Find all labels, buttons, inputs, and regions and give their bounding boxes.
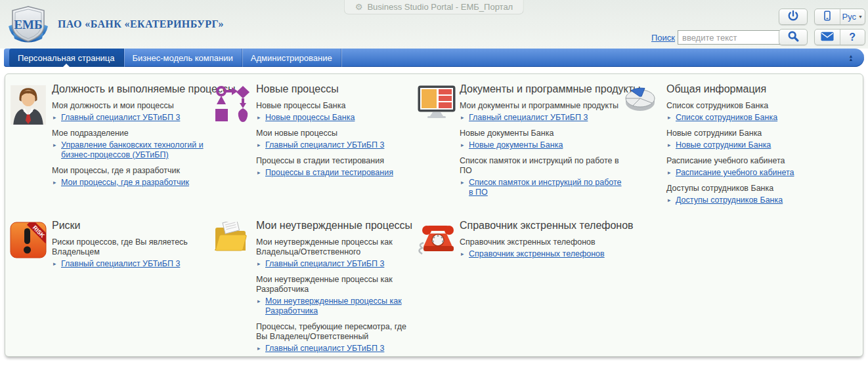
portal-link[interactable]: Доступы сотрудников Банка — [676, 195, 783, 205]
section-position-processes: Должность и выполняемые процессы Моя дол… — [10, 83, 214, 205]
group-label: Список памяток и инструкций по работе в … — [460, 156, 627, 176]
portal-link[interactable]: Главный специалист УБТиБП 3 — [61, 259, 180, 269]
section-unapproved-processes: Мои неутвержденные процессы Мои неутверж… — [214, 220, 418, 354]
envelope-icon — [821, 31, 834, 43]
search-link[interactable]: Поиск — [651, 33, 675, 43]
nav-left-pad — [4, 49, 9, 67]
search-input[interactable] — [678, 30, 780, 45]
section-title: Общая информация — [666, 83, 834, 95]
link-arrow-icon: ▸ — [52, 259, 61, 269]
portal-link[interactable]: Новые процессы Банка — [265, 113, 355, 123]
magnifier-icon — [787, 30, 799, 44]
link-arrow-icon: ▸ — [52, 113, 61, 123]
search-button[interactable] — [779, 29, 808, 45]
link-arrow-icon: ▸ — [256, 296, 265, 316]
group-label: Новые сотрудники Банка — [666, 129, 834, 138]
mobile-version-button[interactable] — [815, 9, 840, 24]
portal-link[interactable]: Новые сотрудники Банка — [676, 140, 771, 150]
group-label: Расписание учебного кабинета — [666, 156, 834, 166]
pie-chart-icon — [624, 83, 666, 205]
content-panel: Должность и выполняемые процессы Моя дол… — [5, 73, 863, 357]
link-arrow-icon: ▸ — [460, 249, 469, 259]
portal-link[interactable]: Новые документы Банка — [469, 140, 563, 150]
link-arrow-icon: ▸ — [460, 178, 469, 197]
portal-link[interactable]: Процессы в стадии тестирования — [265, 168, 393, 178]
portal-link[interactable]: Главный специалист УБТиБП 3 — [265, 344, 384, 354]
portal-link[interactable]: Главный специалист УБТиБП 3 — [265, 259, 384, 269]
link-arrow-icon: ▸ — [666, 195, 676, 205]
tab-label: Бизнес-модель компании — [133, 53, 233, 63]
link-arrow-icon: ▸ — [666, 168, 676, 178]
group-label: Мои неутвержденные процессы как Владельц… — [256, 237, 418, 257]
section-documents-software: Документы и программные продукты Мои док… — [418, 83, 624, 205]
main-navigation: Персональная страница Бизнес-модель комп… — [4, 49, 864, 67]
language-controls: Рус ▼ — [814, 9, 865, 25]
power-icon — [787, 10, 799, 24]
sections-grid: Должность и выполняемые процессы Моя дол… — [5, 74, 863, 354]
tab-business-model[interactable]: Бизнес-модель компании — [124, 49, 242, 67]
link-arrow-icon: ▸ — [256, 168, 265, 178]
question-mark-icon: ? — [849, 31, 856, 43]
link-arrow-icon: ▸ — [256, 140, 265, 150]
section-general-info: Общая информация Список сотрудников Банк… — [624, 83, 860, 205]
portal-link[interactable]: Управление банковских технологий и бизне… — [61, 140, 219, 160]
section-title: Должность и выполняемые процессы — [52, 83, 219, 95]
section-title: Новые процессы — [256, 83, 418, 95]
svg-text:ЕМБ: ЕМБ — [14, 18, 42, 31]
group-label: Справочник экстренных телефонов — [460, 237, 627, 247]
section-emergency-phones: Справочник экстренных телефонов Справочн… — [418, 220, 624, 354]
link-arrow-icon: ▸ — [460, 113, 469, 123]
tab-label: Персональная страница — [18, 53, 115, 63]
portal-link[interactable]: Список сотрудников Банка — [676, 113, 777, 123]
link-arrow-icon: ▸ — [460, 140, 469, 150]
red-telephone-icon — [418, 220, 460, 354]
group-label: Мои новые процессы — [256, 129, 418, 138]
section-new-processes: Новые процессы Новые процессы Банка ▸ Но… — [214, 83, 418, 205]
portal-link[interactable]: Мои неутвержденные процессы как Разработ… — [265, 296, 418, 316]
group-label: Моя должность и мои процессы — [52, 101, 219, 111]
group-label: Список сотрудников Банка — [666, 101, 834, 111]
dropdown-arrow-icon: ▼ — [858, 14, 863, 19]
section-risks: RISK Риски Риски процессов, где Вы являе… — [10, 220, 214, 354]
bank-logo-icon: ЕМБ — [7, 5, 50, 45]
group-label: Мое подразделение — [52, 129, 219, 138]
section-title: Риски — [52, 220, 214, 232]
chevron-up-icon: ▲ — [849, 58, 854, 61]
group-label: Доступы сотрудников Банка — [666, 184, 834, 193]
language-label: Рус — [842, 12, 857, 22]
group-label: Процессы в стадии тестирования — [256, 156, 418, 166]
help-button[interactable]: ? — [840, 30, 865, 45]
monitor-icon — [418, 83, 460, 205]
portal-link[interactable]: Главный специалист УБТиБП 3 — [469, 113, 588, 123]
link-arrow-icon: ▸ — [256, 344, 265, 354]
portal-link[interactable]: Справочник экстренных телефонов — [469, 249, 605, 259]
logout-button[interactable] — [779, 9, 808, 25]
risk-warning-icon: RISK — [10, 220, 52, 354]
folder-documents-icon — [214, 220, 256, 354]
section-title: Мои неутвержденные процессы — [256, 220, 418, 232]
bank-name: ПАО «БАНК «ЕКАТЕРИНБУРГ» — [58, 18, 224, 30]
section-title: Справочник экстренных телефонов — [460, 220, 627, 232]
group-label: Мои неутвержденные процессы как Разработ… — [256, 275, 418, 295]
group-label: Новые документы Банка — [460, 129, 627, 138]
page-header: ЕМБ ПАО «БАНК «ЕКАТЕРИНБУРГ» ⚙ Business … — [0, 0, 868, 49]
process-flowchart-icon — [214, 83, 256, 205]
group-label: Мои документы и программные продукты — [460, 101, 627, 111]
gear-icon: ⚙ — [355, 3, 363, 11]
group-label: Риски процессов, где Вы являетесь Владел… — [52, 237, 214, 257]
section-title: Документы и программные продукты — [460, 83, 627, 95]
portal-link[interactable]: Список памяток и инструкций по работе в … — [469, 178, 627, 197]
tab-administration[interactable]: Администрирование — [242, 49, 341, 67]
portal-link[interactable]: Главный специалист УБТиБП 3 — [265, 140, 384, 150]
group-label: Процессы, требующие пересмотра, где Вы В… — [256, 322, 418, 342]
portal-link[interactable]: Расписание учебного кабинета — [676, 168, 794, 178]
tab-personal-page[interactable]: Персональная страница — [9, 49, 124, 67]
portal-tab-title: Business Studio Portal - ЕМБ_Портал — [367, 2, 513, 12]
portal-link[interactable]: Мои процессы, где я разработчик — [61, 178, 189, 188]
language-button[interactable]: Рус ▼ — [840, 9, 865, 24]
group-label: Новые процессы Банка — [256, 101, 418, 111]
mail-help-controls: ? — [814, 29, 865, 45]
collapse-nav-button[interactable]: ▲ ▲ — [838, 49, 864, 67]
mail-button[interactable] — [815, 30, 840, 45]
portal-link[interactable]: Главный специалист УБТиБП 3 — [61, 113, 180, 123]
